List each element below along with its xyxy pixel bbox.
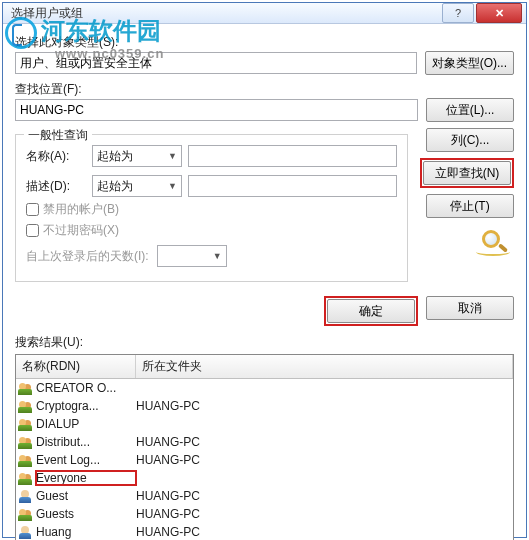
cell-name: DIALUP [36,417,136,431]
object-types-button[interactable]: 对象类型(O)... [425,51,514,75]
ok-button[interactable]: 确定 [327,299,415,323]
cell-name: Guest [36,489,136,503]
desc-label: 描述(D): [26,178,86,195]
find-now-highlight: 立即查找(N) [420,158,514,188]
user-icon [18,525,34,539]
name-operator-dropdown[interactable]: 起始为▼ [92,145,182,167]
group-icon [18,417,34,431]
search-icon [476,230,514,258]
object-type-label: 选择此对象类型(S): [15,34,514,51]
table-row[interactable]: GuestsHUANG-PC [16,505,513,523]
ok-highlight: 确定 [324,296,418,326]
common-queries-legend: 一般性查询 [24,127,92,144]
table-row[interactable]: GuestHUANG-PC [16,487,513,505]
results-header: 名称(RDN) 所在文件夹 [16,355,513,379]
find-now-button[interactable]: 立即查找(N) [423,161,511,185]
column-name[interactable]: 名称(RDN) [16,355,136,378]
dialog-window: 选择用户或组 ? ✕ 选择此对象类型(S): 对象类型(O)... 查找位置(F… [2,2,527,538]
cell-name: Everyone [36,471,136,485]
chevron-down-icon: ▼ [213,251,222,261]
cell-folder: HUANG-PC [136,399,511,413]
group-icon [18,399,34,413]
location-field[interactable] [15,99,418,121]
common-queries-group: 一般性查询 名称(A): 起始为▼ 描述(D): 起始为▼ 禁用的帐户(B) 不… [15,134,408,282]
cell-name: CREATOR O... [36,381,136,395]
chevron-down-icon: ▼ [168,151,177,161]
table-row[interactable]: Event Log...HUANG-PC [16,451,513,469]
desc-operator-dropdown[interactable]: 起始为▼ [92,175,182,197]
cell-name: Event Log... [36,453,136,467]
name-label: 名称(A): [26,148,86,165]
titlebar: 选择用户或组 ? ✕ [3,3,526,24]
cell-folder: HUANG-PC [136,489,511,503]
window-title: 选择用户或组 [11,5,440,22]
group-icon [18,381,34,395]
non-expiring-password-checkbox[interactable] [26,224,39,237]
table-row[interactable]: Distribut...HUANG-PC [16,433,513,451]
group-icon [18,471,34,485]
table-row[interactable]: DIALUP [16,415,513,433]
columns-button[interactable]: 列(C)... [426,128,514,152]
column-folder[interactable]: 所在文件夹 [136,355,513,378]
cell-folder: HUANG-PC [136,525,511,539]
lastlogon-label: 自上次登录后的天数(I): [26,248,149,265]
object-type-field[interactable] [15,52,417,74]
group-icon [18,507,34,521]
chevron-down-icon: ▼ [168,181,177,191]
close-button[interactable]: ✕ [476,3,522,23]
table-row[interactable]: Everyone [16,469,513,487]
group-icon [18,435,34,449]
table-row[interactable]: HuangHUANG-PC [16,523,513,540]
cell-folder: HUANG-PC [136,507,511,521]
cell-name: Cryptogra... [36,399,136,413]
lastlogon-dropdown[interactable]: ▼ [157,245,227,267]
cell-folder: HUANG-PC [136,435,511,449]
results-label: 搜索结果(U): [15,334,514,351]
cell-folder: HUANG-PC [136,453,511,467]
results-list[interactable]: 名称(RDN) 所在文件夹 CREATOR O...Cryptogra...HU… [15,354,514,540]
table-row[interactable]: CREATOR O... [16,379,513,397]
cell-name: Huang [36,525,136,539]
name-input[interactable] [188,145,397,167]
user-icon [18,489,34,503]
table-row[interactable]: Cryptogra...HUANG-PC [16,397,513,415]
location-label: 查找位置(F): [15,81,514,98]
locations-button[interactable]: 位置(L)... [426,98,514,122]
desc-input[interactable] [188,175,397,197]
help-button[interactable]: ? [442,3,474,23]
cell-name: Guests [36,507,136,521]
cancel-button[interactable]: 取消 [426,296,514,320]
cell-name: Distribut... [36,435,136,449]
stop-button[interactable]: 停止(T) [426,194,514,218]
group-icon [18,453,34,467]
disabled-accounts-checkbox[interactable] [26,203,39,216]
